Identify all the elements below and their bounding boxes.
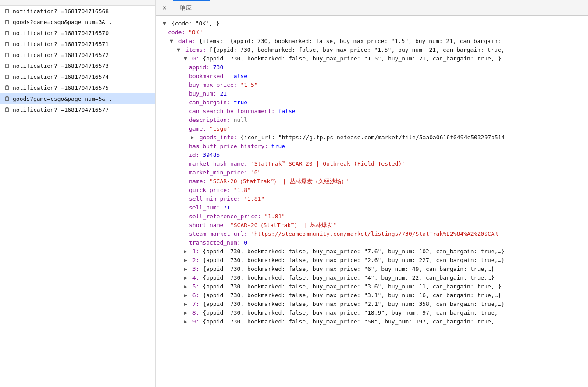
json-line: code: "OK" [161,28,583,37]
sidebar-item-item-8[interactable]: 🗒goods?game=csgo&page_num=5&... [0,93,155,104]
toggle-item-6:[interactable]: ▶ [182,291,189,300]
sidebar-item-item-7[interactable]: 🗒notification?_=1681704716575 [0,82,155,93]
sidebar-item-item-2[interactable]: 🗒notification?_=1681704716570 [0,28,155,39]
json-line: ▶ goods_info: {icon_url: "https://g.fp.p… [161,133,583,142]
toggle-item-7:[interactable]: ▶ [182,300,189,309]
json-line: ▼ {code: "OK",…} [161,19,583,28]
sidebar-item-label: goods?game=csgo&page_num=3&... [13,19,116,25]
toggle-root[interactable]: ▼ [161,19,168,28]
tab-bar: × 标头负载预览响应发起程序计时Cookie [156,0,588,16]
sidebar-item-label: notification?_=1681704716570 [13,30,109,36]
sidebar-item-label: notification?_=1681704716568 [13,8,109,14]
json-line: market_hash_name: "StatTrak™ SCAR-20 | O… [161,160,583,168]
right-panel: × 标头负载预览响应发起程序计时Cookie ▼ {code: "OK",…}c… [156,0,588,387]
toggle-item-5:[interactable]: ▶ [182,282,189,291]
file-icon: 🗒 [4,63,10,69]
sidebar-item-label: notification?_=1681704716572 [13,52,109,58]
json-line: ▶ 6: {appid: 730, bookmarked: false, buy… [161,291,583,300]
sidebar-item-item-0[interactable]: 🗒notification?_=1681704716568 [0,6,155,17]
file-icon: 🗒 [4,85,10,91]
json-line: ▶ 8: {appid: 730, bookmarked: false, buy… [161,309,583,317]
sidebar-item-item-1[interactable]: 🗒goods?game=csgo&page_num=3&... [0,17,155,28]
toggle-data[interactable]: ▼ [168,37,175,46]
json-line: buy_max_price: "1.5" [161,81,583,89]
json-line: ▶ 7: {appid: 730, bookmarked: false, buy… [161,300,583,309]
json-line: sell_num: 71 [161,203,583,212]
file-icon: 🗒 [4,30,10,36]
toggle-item0[interactable]: ▼ [182,54,189,63]
json-line: sell_min_price: "1.81" [161,195,583,203]
sidebar-items: 🗒notification?_=1681704716568🗒goods?game… [0,6,155,115]
json-line: ▼ items: [{appid: 730, bookmarked: false… [161,46,583,54]
toggle-item-2:[interactable]: ▶ [182,256,189,265]
sidebar-header [0,0,155,6]
json-line: buy_num: 21 [161,89,583,98]
toggle-item-4:[interactable]: ▶ [182,273,189,282]
close-button[interactable]: × [159,3,170,13]
json-line: id: 39485 [161,151,583,160]
sidebar-item-item-3[interactable]: 🗒notification?_=1681704716571 [0,39,155,50]
json-line: quick_price: "1.8" [161,186,583,195]
sidebar-item-item-5[interactable]: 🗒notification?_=1681704716573 [0,60,155,71]
json-line: ▶ 4: {appid: 730, bookmarked: false, buy… [161,273,583,282]
json-line: ▼ data: {items: [{appid: 730, bookmarked… [161,37,583,46]
sidebar-item-label: notification?_=1681704716577 [13,107,109,113]
json-line: game: "csgo" [161,124,583,133]
sidebar-item-item-6[interactable]: 🗒notification?_=1681704716574 [0,71,155,82]
json-content[interactable]: ▼ {code: "OK",…}code: "OK"▼ data: {items… [156,16,588,387]
json-line: steam_market_url: "https://steamcommunit… [161,230,583,238]
sidebar-item-label: notification?_=1681704716574 [13,74,109,80]
json-line: can_search_by_tournament: false [161,107,583,116]
json-line: bookmarked: false [161,72,583,81]
json-line: description: null [161,116,583,124]
json-line: name: "SCAR-20（StatTrak™） | 丛林爆发（久经沙场）" [161,177,583,186]
json-line: short_name: "SCAR-20（StatTrak™） | 丛林爆发" [161,221,583,230]
json-line: appid: 730 [161,63,583,72]
toggle-item-8:[interactable]: ▶ [182,309,189,317]
sidebar-item-label: notification?_=1681704716575 [13,85,109,91]
toggle-goods-info[interactable]: ▶ [189,133,196,142]
toggle-item-9:[interactable]: ▶ [182,317,189,326]
json-line: transacted_num: 0 [161,238,583,247]
file-icon: 🗒 [4,41,10,47]
json-line: can_bargain: true [161,98,583,107]
json-line: ▶ 5: {appid: 730, bookmarked: false, buy… [161,282,583,291]
json-line: ▶ 1: {appid: 730, bookmarked: false, buy… [161,247,583,256]
sidebar-item-label: notification?_=1681704716571 [13,41,109,47]
toggle-item-3:[interactable]: ▶ [182,265,189,273]
sidebar-item-label: notification?_=1681704716573 [13,63,109,69]
sidebar-item-item-9[interactable]: 🗒notification?_=1681704716577 [0,104,155,115]
sidebar: 🗒notification?_=1681704716568🗒goods?game… [0,0,156,387]
json-line: ▶ 9: {appid: 730, bookmarked: false, buy… [161,317,583,326]
toggle-items[interactable]: ▼ [175,46,182,54]
tab-response[interactable]: 响应 [173,1,210,15]
file-icon: 🗒 [4,8,10,14]
toggle-item-1:[interactable]: ▶ [182,247,189,256]
json-line: ▶ 2: {appid: 730, bookmarked: false, buy… [161,256,583,265]
file-icon: 🗒 [4,96,10,102]
file-icon: 🗒 [4,74,10,80]
file-icon: 🗒 [4,52,10,58]
file-icon: 🗒 [4,107,10,113]
sidebar-item-item-4[interactable]: 🗒notification?_=1681704716572 [0,50,155,60]
json-line: ▶ 3: {appid: 730, bookmarked: false, buy… [161,265,583,273]
json-line: market_min_price: "0" [161,168,583,177]
json-line: sell_reference_price: "1.81" [161,212,583,221]
sidebar-item-label: goods?game=csgo&page_num=5&... [13,96,116,102]
file-icon: 🗒 [4,19,10,25]
json-line: has_buff_price_history: true [161,142,583,151]
json-line: ▼ 0: {appid: 730, bookmarked: false, buy… [161,54,583,63]
